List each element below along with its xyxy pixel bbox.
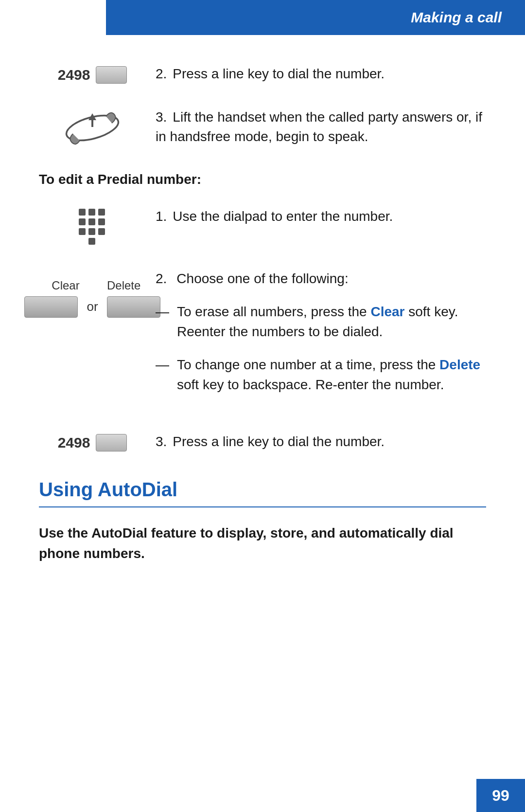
line-number: 2498 [58, 67, 90, 83]
predial-step2-number: 2. [156, 269, 167, 289]
step3-row: 3.Lift the handset when the called party… [39, 108, 486, 148]
bullet-item-1: — To erase all numbers, press the Clear … [156, 302, 486, 342]
handset-icon-col [39, 108, 146, 148]
softkey-icon-col: Clear Delete or [39, 269, 146, 318]
step2-text: 2.Press a line key to dial the number. [146, 64, 486, 84]
section-divider [39, 506, 486, 507]
choose-following: 2. Choose one of the following: [156, 269, 486, 289]
handset-icon [63, 109, 122, 148]
dialpad-icon-col [39, 207, 146, 246]
bullet-item-2: — To change one number at a time, press … [156, 355, 486, 395]
predial-step2-text: 2. Choose one of the following: — To era… [146, 269, 486, 409]
autodial-section: Using AutoDial Use the AutoDial feature … [39, 479, 486, 564]
predial-line-button-icon [96, 434, 127, 451]
bullet1-text: To erase all numbers, press the Clear so… [177, 302, 486, 342]
page-number: 99 [492, 787, 509, 805]
header-title: Making a call [411, 9, 502, 26]
clear-label: Clear [39, 279, 92, 292]
header-bar: Making a call [106, 0, 525, 35]
delete-link: Delete [439, 357, 480, 372]
predial-step3-text: 3.Press a line key to dial the number. [146, 432, 486, 452]
predial-step3-row: 2498 3.Press a line key to dial the numb… [39, 432, 486, 452]
main-content: 2498 2.Press a line key to dial the numb… [0, 35, 525, 812]
step3-number: 3. [156, 109, 167, 125]
predial-step2-row: Clear Delete or 2. Choose one of the fol… [39, 269, 486, 409]
autodial-title: Using AutoDial [39, 479, 486, 501]
or-label: or [82, 299, 103, 314]
predial-step1-description: Use the dialpad to enter the number. [173, 209, 393, 224]
step3-text: 3.Lift the handset when the called party… [146, 108, 486, 147]
bullet2-before: To change one number at a time, press th… [177, 357, 436, 372]
svg-marker-1 [88, 113, 96, 127]
predial-line-key-col: 2498 [39, 432, 146, 451]
bullet1-before: To erase all numbers, press the [177, 304, 367, 319]
line-button-icon [96, 66, 127, 84]
delete-label: Delete [107, 279, 140, 292]
softkey-buttons: or [24, 296, 160, 318]
predial-line-key-wrap: 2498 [58, 434, 127, 451]
dialpad-icon [79, 209, 106, 246]
bullet2-text: To change one number at a time, press th… [177, 355, 486, 395]
predial-step3-number: 3. [156, 434, 167, 449]
line-key-wrap: 2498 [58, 66, 127, 84]
dash-1: — [156, 302, 169, 322]
clear-button-icon [24, 296, 78, 318]
predial-heading: To edit a Predial number: [39, 172, 486, 187]
dash-2: — [156, 355, 169, 375]
predial-step1-number: 1. [156, 209, 167, 224]
line-key-icon-col: 2498 [39, 64, 146, 84]
predial-step1-text: 1.Use the dialpad to enter the number. [146, 207, 486, 227]
step2-description: Press a line key to dial the number. [173, 66, 385, 81]
step2-row: 2498 2.Press a line key to dial the numb… [39, 64, 486, 84]
predial-step1-row: 1.Use the dialpad to enter the number. [39, 207, 486, 246]
predial-line-number: 2498 [58, 434, 90, 451]
step3-description: Lift the handset when the called party a… [156, 109, 482, 144]
autodial-intro: Use the AutoDial feature to display, sto… [39, 523, 486, 564]
bullet2-after: soft key to backspace. Re-enter the numb… [177, 377, 444, 392]
bullet-list: — To erase all numbers, press the Clear … [156, 302, 486, 395]
clear-link: Clear [370, 304, 404, 319]
step2-number: 2. [156, 66, 167, 81]
page-badge: 99 [476, 779, 525, 812]
predial-step3-description: Press a line key to dial the number. [173, 434, 385, 449]
choose-text: Choose one of the following: [176, 269, 348, 289]
